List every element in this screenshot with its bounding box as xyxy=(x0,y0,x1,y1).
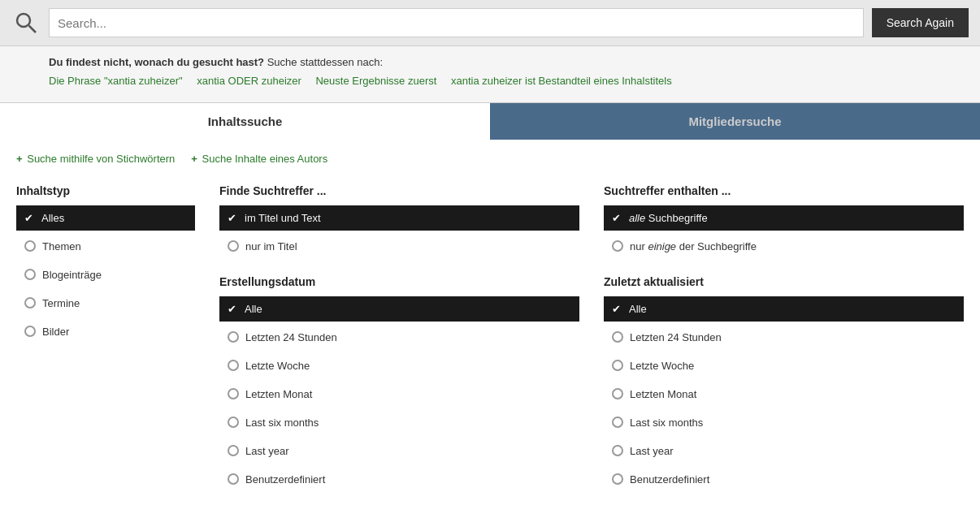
checkmark-alles: ✔ xyxy=(24,212,33,224)
radio-termine xyxy=(24,297,36,309)
erstellungsdatum-24stunden-label: Letzten 24 Stunden xyxy=(245,331,337,343)
erstellungsdatum-woche[interactable]: Letzte Woche xyxy=(219,353,579,378)
erstellungsdatum-year[interactable]: Last year xyxy=(219,438,579,464)
zuletzt-sixmonths-label: Last six months xyxy=(630,417,703,429)
suchtreffer-section: Suchtreffer enthalten ... ✔ alle Suchbeg… xyxy=(604,184,964,259)
inhaltstyp-termine-label: Termine xyxy=(42,297,80,309)
zuletzt-24stunden[interactable]: Letzten 24 Stunden xyxy=(604,325,964,350)
tab-inhaltssuche[interactable]: Inhaltssuche xyxy=(0,103,490,140)
zuletzt-woche[interactable]: Letzte Woche xyxy=(604,353,964,378)
suggestion-label: Du findest nicht, wonach du gesucht hast… xyxy=(49,56,264,68)
zuletzt-24stunden-label: Letzten 24 Stunden xyxy=(630,331,722,343)
tab-mitgliedersuche[interactable]: Mitgliedersuche xyxy=(490,103,980,140)
radio-erstellungsdatum-woche xyxy=(228,360,239,371)
checkmark-suchtreffer-alle: ✔ xyxy=(612,212,621,224)
zuletzt-monat-label: Letzten Monat xyxy=(630,388,696,400)
zuletzt-year[interactable]: Last year xyxy=(604,438,964,464)
inhaltstyp-section: Inhaltstyp ✔ Alles Themen Blogeinträge T… xyxy=(16,184,195,508)
inhaltstyp-title: Inhaltstyp xyxy=(16,184,195,197)
finde-nur-titel-label: nur im Titel xyxy=(245,240,297,253)
radio-themen xyxy=(24,240,36,252)
search-bar-area: xantia zuheizer Search Again xyxy=(0,0,980,46)
suggestion-link-3[interactable]: xantia zuheizer ist Bestandteil eines In… xyxy=(451,75,672,87)
erstellungsdatum-24stunden[interactable]: Letzten 24 Stunden xyxy=(219,325,579,350)
filter-link-autors[interactable]: + Suche Inhalte eines Autors xyxy=(191,153,327,165)
zuletzt-monat[interactable]: Letzten Monat xyxy=(604,382,964,407)
filter-grid: Inhaltstyp ✔ Alles Themen Blogeinträge T… xyxy=(16,184,964,508)
erstellungsdatum-year-label: Last year xyxy=(245,445,288,457)
finde-option-titel-text[interactable]: ✔ im Titel und Text xyxy=(219,205,579,231)
col3: Suchtreffer enthalten ... ✔ alle Suchbeg… xyxy=(604,184,964,508)
search-icon xyxy=(11,8,41,37)
zuletzt-year-label: Last year xyxy=(630,445,673,457)
radio-suchtreffer-einige xyxy=(612,240,623,252)
inhaltstyp-themen-label: Themen xyxy=(42,240,81,253)
zuletzt-section: Zuletzt aktualisiert ✔ Alle Letzten 24 S… xyxy=(604,275,964,492)
suchtreffer-title: Suchtreffer enthalten ... xyxy=(604,184,964,197)
suggestion-link-2[interactable]: Neuste Ergebnisse zuerst xyxy=(315,75,436,87)
erstellungsdatum-sixmonths-label: Last six months xyxy=(245,417,319,429)
erstellungsdatum-monat[interactable]: Letzten Monat xyxy=(219,382,579,407)
filter-link-stichwörter[interactable]: + Suche mithilfe von Stichwörtern xyxy=(16,153,175,165)
radio-zuletzt-monat xyxy=(612,388,623,399)
checkmark-erstellungsdatum-alle: ✔ xyxy=(228,303,236,315)
inhaltstyp-option-bilder[interactable]: Bilder xyxy=(16,319,195,344)
checkmark-titel-text: ✔ xyxy=(228,212,236,224)
radio-zuletzt-woche xyxy=(612,360,623,371)
finde-option-nur-titel[interactable]: nur im Titel xyxy=(219,234,579,259)
zuletzt-title: Zuletzt aktualisiert xyxy=(604,275,964,288)
inhaltstyp-alles-label: Alles xyxy=(41,212,64,224)
zuletzt-alle[interactable]: ✔ Alle xyxy=(604,296,964,322)
erstellungsdatum-alle[interactable]: ✔ Alle xyxy=(219,296,579,322)
radio-zuletzt-benutzerdefiniert xyxy=(612,473,623,485)
main-content: + Suche mithilfe von Stichwörtern + Such… xyxy=(0,140,980,518)
svg-point-0 xyxy=(17,14,30,27)
inhaltstyp-bilder-label: Bilder xyxy=(42,326,69,338)
erstellungsdatum-section: Erstellungsdatum ✔ Alle Letzten 24 Stund… xyxy=(219,275,579,492)
suggestion-link-0[interactable]: Die Phrase "xantia zuheizer" xyxy=(49,75,183,87)
checkmark-zuletzt-alle: ✔ xyxy=(612,303,621,315)
radio-bilder xyxy=(24,326,36,337)
suggestions-row: Du findest nicht, wonach du gesucht hast… xyxy=(0,46,980,103)
zuletzt-alle-label: Alle xyxy=(629,303,647,315)
radio-erstellungsdatum-24stunden xyxy=(228,331,239,343)
radio-erstellungsdatum-monat xyxy=(228,388,239,399)
finde-titel-text-label: im Titel und Text xyxy=(245,212,321,224)
radio-blog xyxy=(24,269,36,280)
erstellungsdatum-woche-label: Letzte Woche xyxy=(245,360,310,372)
filter-link-stichwörter-label: Suche mithilfe von Stichwörtern xyxy=(27,153,175,165)
finde-section: Finde Suchtreffer ... ✔ im Titel und Tex… xyxy=(219,184,579,259)
zuletzt-sixmonths[interactable]: Last six months xyxy=(604,410,964,435)
search-input[interactable]: xantia zuheizer xyxy=(49,8,864,37)
erstellungsdatum-benutzerdefiniert-label: Benutzerdefiniert xyxy=(245,473,325,486)
suchtreffer-einige[interactable]: nur einige der Suchbegriffe xyxy=(604,234,964,259)
filter-links: + Suche mithilfe von Stichwörtern + Such… xyxy=(16,153,964,165)
suggestion-prefix-text: Suche stattdessen nach: xyxy=(267,56,383,68)
inhaltstyp-option-blog[interactable]: Blogeinträge xyxy=(16,262,195,287)
zuletzt-woche-label: Letzte Woche xyxy=(630,360,694,372)
radio-zuletzt-year xyxy=(612,445,623,456)
radio-zuletzt-24stunden xyxy=(612,331,623,343)
plus-icon-2: + xyxy=(191,153,197,165)
suggestion-link-1[interactable]: xantia ODER zuheizer xyxy=(197,75,301,87)
erstellungsdatum-monat-label: Letzten Monat xyxy=(245,388,312,400)
finde-title: Finde Suchtreffer ... xyxy=(219,184,579,197)
suchtreffer-alle-label: alle Suchbegriffe xyxy=(629,212,708,224)
zuletzt-benutzerdefiniert[interactable]: Benutzerdefiniert xyxy=(604,467,964,492)
filter-link-autors-label: Suche Inhalte eines Autors xyxy=(202,153,328,165)
inhaltstyp-option-themen[interactable]: Themen xyxy=(16,234,195,259)
zuletzt-benutzerdefiniert-label: Benutzerdefiniert xyxy=(630,473,709,486)
erstellungsdatum-benutzerdefiniert[interactable]: Benutzerdefiniert xyxy=(219,467,579,492)
radio-nur-titel xyxy=(228,240,239,252)
inhaltstyp-option-alles[interactable]: ✔ Alles xyxy=(16,205,195,231)
search-again-button[interactable]: Search Again xyxy=(872,8,969,37)
inhaltstyp-option-termine[interactable]: Termine xyxy=(16,291,195,316)
suchtreffer-einige-label: nur einige der Suchbegriffe xyxy=(630,240,757,253)
erstellungsdatum-sixmonths[interactable]: Last six months xyxy=(219,410,579,435)
radio-erstellungsdatum-year xyxy=(228,445,239,456)
radio-erstellungsdatum-benutzerdefiniert xyxy=(228,473,239,485)
suchtreffer-alle[interactable]: ✔ alle Suchbegriffe xyxy=(604,205,964,231)
col2: Finde Suchtreffer ... ✔ im Titel und Tex… xyxy=(219,184,579,508)
erstellungsdatum-title: Erstellungsdatum xyxy=(219,275,579,288)
erstellungsdatum-alle-label: Alle xyxy=(245,303,262,315)
